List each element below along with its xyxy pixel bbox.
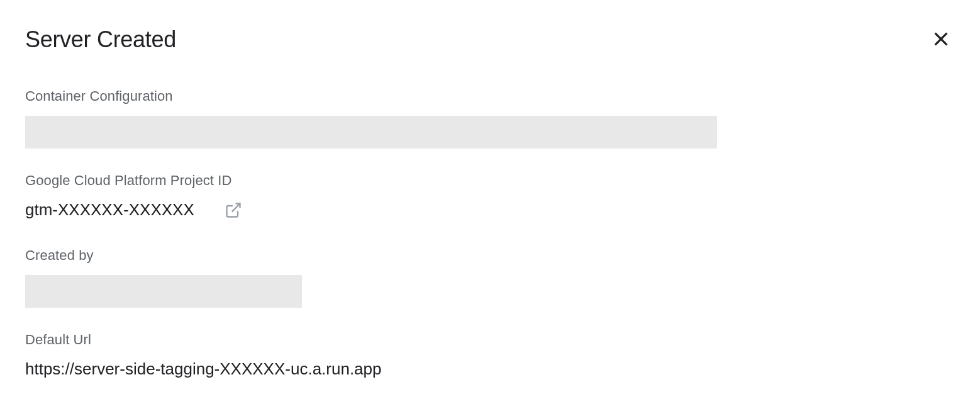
created-by-redacted-value bbox=[25, 275, 302, 308]
project-id-value: gtm-XXXXXX-XXXXXX bbox=[25, 200, 194, 220]
svg-line-2 bbox=[231, 203, 240, 211]
created-by-label: Created by bbox=[25, 247, 955, 264]
container-config-redacted-value bbox=[25, 116, 717, 149]
project-id-value-row: gtm-XXXXXX-XXXXXX bbox=[25, 200, 955, 220]
dialog-header: Server Created bbox=[25, 26, 955, 53]
close-icon bbox=[931, 29, 951, 49]
default-url-field: Default Url https://server-side-tagging-… bbox=[25, 332, 955, 379]
default-url-value: https://server-side-tagging-XXXXXX-uc.a.… bbox=[25, 359, 955, 379]
container-config-label: Container Configuration bbox=[25, 88, 955, 104]
project-id-field: Google Cloud Platform Project ID gtm-XXX… bbox=[25, 172, 955, 220]
project-id-label: Google Cloud Platform Project ID bbox=[25, 172, 955, 189]
close-button[interactable] bbox=[928, 26, 954, 52]
open-external-button[interactable] bbox=[225, 201, 242, 219]
container-config-field: Container Configuration bbox=[25, 88, 955, 149]
created-by-field: Created by bbox=[25, 247, 955, 308]
open-external-icon bbox=[225, 201, 242, 219]
default-url-label: Default Url bbox=[25, 332, 955, 348]
dialog-title: Server Created bbox=[25, 26, 176, 53]
